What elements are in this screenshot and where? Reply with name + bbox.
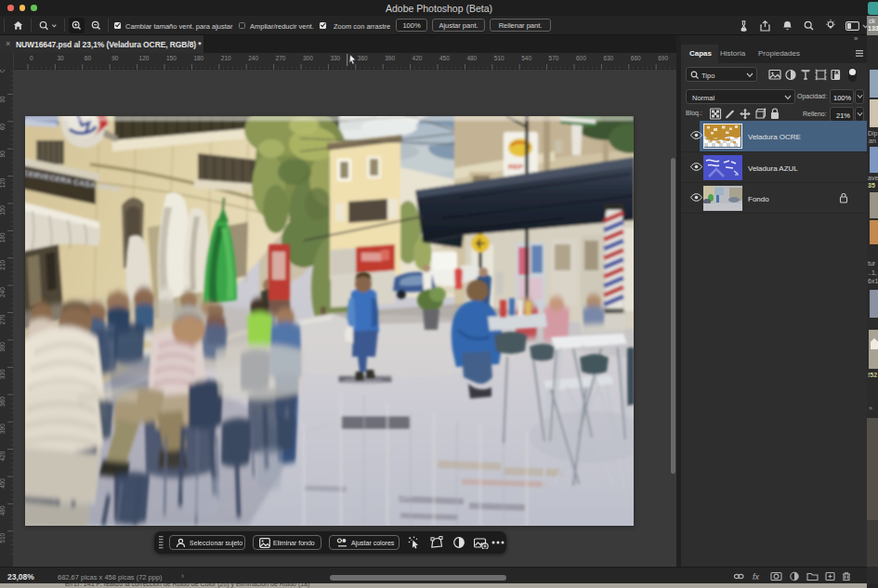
svg-text:fx: fx: [753, 572, 760, 581]
svg-text:570: 570: [549, 55, 559, 61]
svg-text:480: 480: [0, 505, 6, 516]
svg-text:690: 690: [658, 55, 668, 61]
svg-text:30: 30: [0, 96, 6, 103]
svg-text:0: 0: [30, 55, 33, 61]
svg-text:60: 60: [85, 55, 92, 61]
svg-text:450: 450: [0, 478, 6, 489]
svg-text:480: 480: [466, 55, 477, 61]
svg-text:300: 300: [303, 55, 313, 61]
svg-text:420: 420: [413, 55, 423, 61]
svg-text:270: 270: [0, 314, 6, 324]
svg-text:360: 360: [358, 55, 368, 61]
svg-text:180: 180: [0, 232, 6, 242]
svg-text:390: 390: [385, 55, 395, 61]
svg-text:510: 510: [0, 532, 6, 542]
svg-text:330: 330: [0, 369, 6, 379]
svg-text:60: 60: [0, 123, 6, 130]
svg-text:330: 330: [330, 55, 340, 61]
svg-text:210: 210: [221, 55, 231, 61]
svg-text:90: 90: [111, 55, 119, 61]
svg-text:90: 90: [0, 150, 6, 158]
svg-text:270: 270: [276, 55, 286, 61]
svg-text:300: 300: [0, 342, 6, 352]
svg-text:390: 390: [0, 424, 6, 434]
svg-text:660: 660: [631, 55, 641, 61]
svg-text:30: 30: [57, 55, 64, 61]
svg-text:120: 120: [139, 55, 150, 61]
svg-text:360: 360: [0, 396, 6, 406]
svg-text:630: 630: [603, 55, 613, 61]
svg-text:240: 240: [0, 287, 6, 297]
svg-text:120: 120: [0, 177, 6, 188]
svg-text:450: 450: [439, 55, 450, 61]
svg-text:150: 150: [166, 55, 177, 61]
svg-text:510: 510: [494, 55, 505, 61]
svg-text:150: 150: [0, 205, 6, 216]
svg-text:240: 240: [248, 55, 258, 61]
svg-text:210: 210: [0, 259, 6, 269]
svg-text:600: 600: [576, 55, 586, 61]
svg-text:540: 540: [521, 55, 531, 61]
svg-text:REP: REP: [508, 163, 524, 171]
svg-text:180: 180: [193, 55, 203, 61]
svg-text:420: 420: [0, 451, 6, 461]
